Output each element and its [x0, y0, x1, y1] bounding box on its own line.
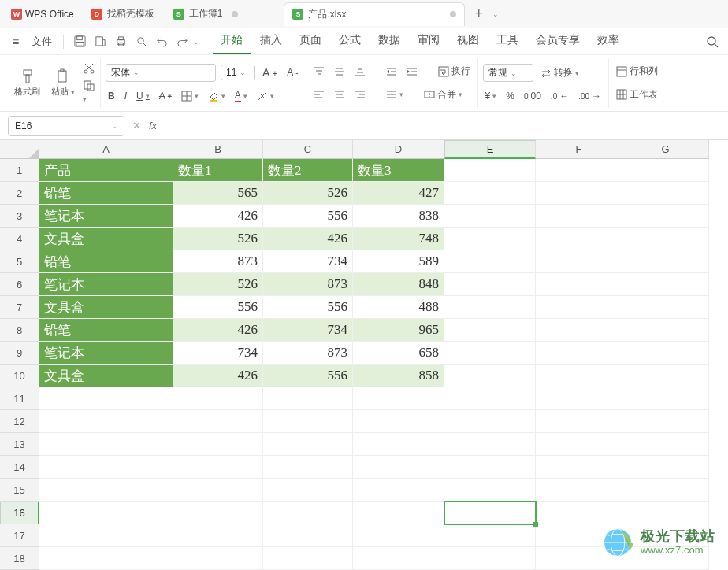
cell[interactable] [173, 547, 263, 570]
cell[interactable] [353, 387, 444, 410]
column-header[interactable]: G [622, 140, 709, 159]
align-bottom-icon[interactable] [352, 65, 368, 78]
underline-button[interactable]: U ▾ [134, 90, 152, 102]
ribbon-tab-审阅[interactable]: 审阅 [410, 28, 448, 54]
cell[interactable] [173, 410, 263, 433]
file-menu[interactable]: 文件 [27, 35, 57, 49]
tab-product-xlsx[interactable]: S 产品.xlsx [284, 2, 465, 26]
justify-icon[interactable]: ▾ [384, 88, 406, 101]
cell[interactable] [353, 410, 444, 433]
redo-icon[interactable] [173, 32, 191, 51]
cell[interactable]: 产品 [39, 159, 173, 182]
row-col-button[interactable]: 行和列 [614, 64, 660, 79]
cell[interactable] [353, 524, 444, 547]
cell[interactable]: 427 [353, 182, 444, 205]
column-header[interactable]: E [444, 140, 536, 159]
select-all-corner[interactable] [0, 140, 39, 159]
cell[interactable] [622, 182, 709, 205]
cell[interactable]: 965 [353, 319, 444, 342]
cell[interactable] [536, 182, 622, 205]
cell[interactable] [622, 319, 709, 342]
print-icon[interactable] [111, 32, 130, 51]
currency-button[interactable]: ¥ ▾ [483, 90, 500, 102]
font-color-button[interactable]: A▾ [232, 89, 250, 103]
cell[interactable]: 526 [263, 182, 353, 205]
cell[interactable]: 734 [173, 342, 263, 365]
cell[interactable]: 数量1 [173, 159, 263, 182]
cell[interactable]: 笔记本 [39, 342, 173, 365]
number-format-select[interactable]: 常规⌄ [483, 64, 533, 82]
cell[interactable] [353, 433, 444, 456]
cell[interactable] [444, 342, 536, 365]
formula-input[interactable] [165, 117, 720, 135]
cell[interactable]: 铅笔 [39, 182, 173, 205]
cell[interactable]: 838 [353, 205, 444, 228]
cell[interactable] [444, 433, 536, 456]
ribbon-tab-公式[interactable]: 公式 [331, 28, 369, 54]
cancel-icon[interactable]: ✕ [132, 120, 141, 131]
fill-color-button[interactable]: ▾ [206, 90, 228, 102]
cell[interactable] [263, 524, 353, 547]
cell[interactable] [444, 524, 536, 547]
row-header[interactable]: 17 [0, 524, 39, 547]
cell[interactable] [444, 159, 536, 182]
format-painter-button[interactable]: 格式刷 [11, 67, 43, 99]
qat-dropdown[interactable]: ⌄ [193, 38, 199, 46]
row-header[interactable]: 7 [0, 296, 39, 319]
ribbon-tab-视图[interactable]: 视图 [449, 28, 487, 54]
ribbon-tab-页面[interactable]: 页面 [292, 28, 329, 54]
row-header[interactable]: 14 [0, 456, 39, 479]
row-header[interactable]: 11 [0, 387, 39, 410]
cell[interactable] [536, 296, 622, 319]
cell[interactable] [536, 387, 622, 410]
cell[interactable] [263, 502, 353, 524]
percent-button[interactable]: % [503, 90, 517, 102]
ribbon-tab-工具[interactable]: 工具 [488, 28, 526, 54]
decrease-indent-icon[interactable] [384, 65, 399, 78]
cell[interactable] [444, 182, 536, 205]
tab-templates[interactable]: D 找稻壳模板 [84, 2, 162, 26]
cell[interactable]: 734 [263, 319, 353, 342]
row-header[interactable]: 10 [0, 365, 39, 387]
tab-list-dropdown[interactable]: ⌄ [492, 10, 499, 18]
ribbon-tab-会员专享[interactable]: 会员专享 [528, 28, 588, 54]
cell[interactable] [39, 456, 173, 479]
wrap-button[interactable]: 换行 [436, 64, 473, 79]
cell[interactable] [444, 502, 536, 524]
column-header[interactable]: D [353, 140, 444, 159]
cell[interactable]: 数量3 [353, 159, 444, 182]
cell[interactable]: 笔记本 [39, 273, 173, 296]
cell[interactable] [263, 479, 353, 502]
row-header[interactable]: 8 [0, 319, 39, 342]
cell[interactable] [536, 456, 622, 479]
strike-button[interactable]: A ▾ [157, 90, 174, 102]
cell[interactable]: 426 [173, 365, 263, 387]
cell[interactable] [173, 524, 263, 547]
cell[interactable]: 556 [263, 365, 353, 387]
cell[interactable] [263, 433, 353, 456]
increase-decimal-icon[interactable]: .0← [548, 90, 571, 102]
cell[interactable] [622, 365, 709, 387]
cell[interactable]: 858 [353, 365, 444, 387]
cell[interactable] [536, 205, 622, 228]
cell[interactable] [39, 433, 173, 456]
ribbon-tab-效率[interactable]: 效率 [589, 28, 627, 54]
row-header[interactable]: 12 [0, 410, 39, 433]
cell[interactable] [444, 410, 536, 433]
grid-body[interactable]: 产品数量1数量2数量3铅笔565526427笔记本426556838文具盒526… [39, 159, 728, 570]
fx-icon[interactable]: fx [149, 120, 157, 131]
cell[interactable]: 铅笔 [39, 319, 173, 342]
decrease-decimal-icon[interactable]: .00→ [576, 90, 604, 102]
cell[interactable]: 873 [263, 342, 353, 365]
name-box[interactable]: E16 ⌄ [8, 116, 124, 136]
cell[interactable]: 文具盒 [39, 365, 173, 387]
cell[interactable]: 文具盒 [39, 228, 173, 250]
cell[interactable] [39, 547, 173, 570]
row-header[interactable]: 16 [0, 502, 39, 524]
increase-font-icon[interactable]: A+ [260, 65, 280, 80]
size-select[interactable]: 11⌄ [221, 65, 255, 80]
cell[interactable] [263, 456, 353, 479]
row-header[interactable]: 3 [0, 205, 39, 228]
row-header[interactable]: 6 [0, 273, 39, 296]
cell[interactable] [353, 547, 444, 570]
